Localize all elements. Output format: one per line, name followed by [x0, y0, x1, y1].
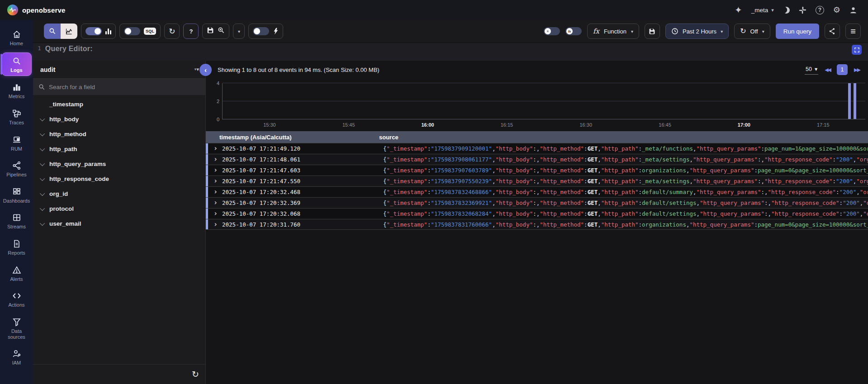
x-axis-label: 16:30: [579, 122, 592, 128]
sidebar-item-data-sources[interactable]: Data sources: [2, 314, 32, 342]
histogram-bar[interactable]: [848, 83, 851, 119]
save-icon: [207, 27, 214, 34]
sidebar-item-alerts[interactable]: Alerts: [2, 262, 32, 285]
row-expand-icon[interactable]: ›: [213, 189, 218, 195]
field-search-input[interactable]: [49, 84, 200, 90]
histogram-toggle[interactable]: [85, 27, 102, 35]
org-selector[interactable]: _meta ▾: [751, 7, 774, 14]
sidebar-item-rum[interactable]: RUM: [2, 132, 32, 155]
function-editor-toggle[interactable]: fx: [565, 27, 582, 35]
expand-editor-button[interactable]: [852, 45, 862, 55]
field-item-org_id[interactable]: org_id: [33, 186, 205, 201]
resize-handle-icon[interactable]: ▼: [194, 67, 197, 71]
cell-source: {"_timestamp":"1759837832468866","http_b…: [383, 189, 868, 195]
sidebar-item-actions[interactable]: Actions: [2, 288, 32, 311]
x-axis-label: 15:45: [342, 122, 355, 128]
histogram-bar[interactable]: [854, 83, 856, 119]
row-expand-icon[interactable]: ›: [213, 167, 218, 174]
sidebar-item-home[interactable]: Home: [2, 26, 32, 49]
auto-refresh-dropdown[interactable]: ↻ Off ▾: [734, 24, 770, 39]
table-row[interactable]: ›2025-10-07 17:21:47.550{"_timestamp":"1…: [206, 175, 868, 186]
field-item-protocol[interactable]: protocol: [33, 201, 205, 216]
sidebar-item-streams[interactable]: Streams: [2, 209, 32, 232]
first-page-button[interactable]: ◀◀: [825, 67, 830, 73]
histogram-chart[interactable]: 15:3015:4516:0016:1516:3016:4517:0017:15…: [206, 79, 868, 131]
search-icon: [49, 28, 56, 35]
table-row[interactable]: ›2025-10-07 17:20:32.468{"_timestamp":"1…: [206, 186, 868, 197]
sql-mode-toggle[interactable]: [124, 27, 140, 35]
sidebar-item-reports[interactable]: Reports: [2, 236, 32, 259]
field-item-http_response_code[interactable]: http_response_code: [33, 171, 205, 186]
chevron-down-icon[interactable]: [40, 175, 45, 180]
time-range-picker[interactable]: Past 2 Hours ▾: [665, 24, 729, 39]
field-item-user_email[interactable]: user_email: [33, 216, 205, 231]
sidebar-item-dashboards[interactable]: Dashboards: [2, 184, 32, 207]
transforms-toggle[interactable]: ≡: [544, 27, 560, 35]
menu-button[interactable]: ≡: [845, 24, 861, 39]
table-row[interactable]: ›2025-10-07 17:20:31.760{"_timestamp":"1…: [206, 219, 868, 230]
reset-filters-button[interactable]: ↻: [164, 24, 180, 39]
chevron-down-icon[interactable]: [40, 161, 45, 166]
sidebar-item-pipelines[interactable]: Pipelines: [2, 157, 32, 180]
search-mode-button[interactable]: [44, 24, 61, 39]
slack-button[interactable]: [799, 6, 806, 14]
quick-mode-toggle[interactable]: [253, 27, 269, 35]
field-item-http_path[interactable]: http_path: [33, 142, 205, 156]
sidebar-item-metrics[interactable]: Metrics: [2, 79, 32, 102]
save-function-button[interactable]: [645, 24, 660, 39]
openobserve-logo[interactable]: openobserve: [7, 5, 66, 15]
profile-button[interactable]: [849, 6, 857, 14]
cell-timestamp: 2025-10-07 17:21:48.061: [222, 156, 383, 163]
sidebar-item-label: Alerts: [10, 276, 23, 282]
field-item-http_body[interactable]: http_body: [33, 112, 205, 127]
row-expand-icon[interactable]: ›: [213, 178, 218, 185]
chevron-down-icon[interactable]: [40, 146, 45, 151]
ai-sparkle-icon[interactable]: ✦: [735, 5, 742, 14]
refresh-fields-icon[interactable]: ↻: [192, 369, 199, 379]
dark-mode-toggle[interactable]: [783, 7, 790, 14]
saved-views-dropdown[interactable]: ▾: [233, 24, 245, 39]
saved-views-button[interactable]: [218, 27, 225, 36]
alerts-icon: [12, 265, 21, 275]
stream-selector[interactable]: audit ▾: [33, 61, 205, 79]
save-search-button[interactable]: [207, 27, 214, 36]
row-expand-icon[interactable]: ›: [213, 156, 218, 163]
share-link-button[interactable]: [825, 24, 840, 39]
row-expand-icon[interactable]: ›: [213, 199, 218, 206]
collapse-fields-button[interactable]: ‹: [199, 64, 212, 76]
field-item-http_method[interactable]: http_method: [33, 127, 205, 142]
function-dropdown[interactable]: fx Function ▾: [587, 24, 639, 39]
column-header-timestamp[interactable]: timestamp (Asia/Calcutta): [206, 134, 379, 141]
field-item-http_query_params[interactable]: http_query_params: [33, 156, 205, 171]
row-expand-icon[interactable]: ›: [213, 210, 218, 217]
table-row[interactable]: ›2025-10-07 17:20:32.369{"_timestamp":"1…: [206, 197, 868, 208]
field-item-_timestamp[interactable]: _timestamp: [33, 97, 205, 112]
chart-plot-area: [222, 83, 865, 119]
sidebar-item-traces[interactable]: Traces: [2, 105, 32, 128]
chevron-down-icon[interactable]: [40, 205, 45, 210]
sidebar-item-iam[interactable]: IAM: [2, 346, 32, 369]
next-page-button[interactable]: ▶▶: [854, 67, 860, 73]
current-page-button[interactable]: 1: [837, 64, 848, 75]
settings-gear-icon[interactable]: ⚙: [833, 6, 840, 14]
chevron-down-icon[interactable]: [40, 220, 45, 225]
query-editor[interactable]: 1 Query Editor:: [33, 43, 868, 61]
sidebar-item-logs[interactable]: Logs: [2, 52, 32, 76]
chevron-down-icon[interactable]: [40, 116, 45, 121]
chevron-down-icon[interactable]: [40, 190, 45, 195]
help-query-button[interactable]: ?: [183, 24, 199, 39]
chart-mode-button[interactable]: [61, 24, 77, 39]
table-row[interactable]: ›2025-10-07 17:20:32.068{"_timestamp":"1…: [206, 208, 868, 219]
per-page-select[interactable]: 50 ▾: [805, 65, 818, 75]
table-row[interactable]: ›2025-10-07 17:21:49.120{"_timestamp":"1…: [206, 143, 868, 154]
chevron-down-icon[interactable]: [40, 131, 45, 136]
reset-icon: ↻: [169, 28, 175, 35]
row-expand-icon[interactable]: ›: [213, 145, 218, 152]
run-query-button[interactable]: Run query: [776, 24, 819, 39]
table-row[interactable]: ›2025-10-07 17:21:48.061{"_timestamp":"1…: [206, 154, 868, 165]
table-row[interactable]: ›2025-10-07 17:21:47.603{"_timestamp":"1…: [206, 165, 868, 175]
results-panel: ▼ ‹ Showing 1 to 8 out of 8 events in 94…: [206, 61, 868, 384]
row-expand-icon[interactable]: ›: [213, 221, 218, 228]
help-icon[interactable]: ?: [816, 6, 824, 14]
column-header-source[interactable]: source: [379, 134, 868, 141]
